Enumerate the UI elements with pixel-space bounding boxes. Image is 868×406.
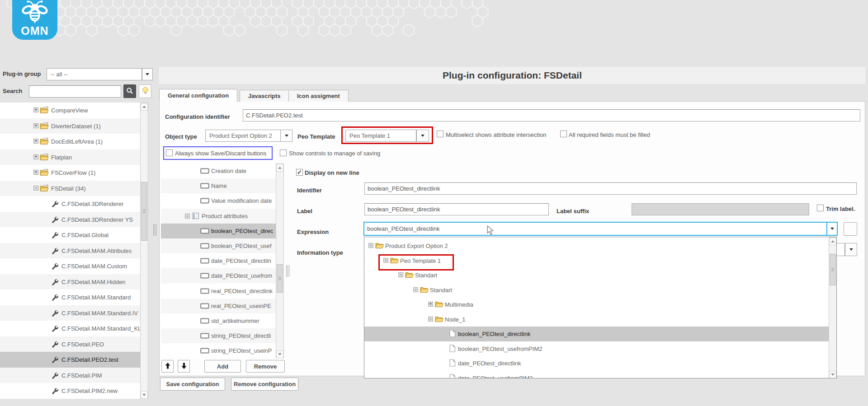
tree-item-group[interactable]: +CompareView [0,103,140,118]
scroll-down-button[interactable] [141,391,148,399]
attribute-list-item[interactable]: Value modification date [161,193,276,208]
tree-item-group[interactable]: +FSCoverFlow (1) [0,165,140,181]
label-input[interactable] [364,203,549,215]
attribute-list-item[interactable]: Creation date [161,163,276,178]
expression-combobox[interactable]: boolean_PEOtest_directlink [363,222,838,236]
expander-icon[interactable]: + [33,107,38,112]
object-type-select[interactable]: Product Export Option 2 [205,130,281,142]
expander-icon[interactable]: + [33,170,38,175]
remove-button[interactable]: Remove [246,360,285,373]
tree-item-group[interactable]: +DiverterDataset (1) [0,118,140,134]
information-type-select-arrow[interactable] [845,243,857,256]
tab-javascripts[interactable]: Javascripts [240,90,289,102]
remove-configuration-button[interactable]: Remove configuration [231,378,298,391]
peo-template-select-arrow[interactable] [416,130,429,142]
expression-tree-item[interactable]: date_PEOtest_usefromPIM2 [364,371,829,378]
label-suffix-input[interactable] [632,203,809,215]
tab-general-configuration[interactable]: General configuration [159,89,237,102]
tree-item-group[interactable]: +DocEditLeftArea (1) [0,134,140,149]
tab-icon-assigment[interactable]: Icon assigment [288,90,349,102]
object-type-select-arrow[interactable] [280,130,292,142]
move-up-button[interactable] [161,360,174,373]
scroll-down-button[interactable] [829,371,836,378]
expression-tree-item[interactable]: -Standart [364,268,829,283]
attribute-list-scrollbar[interactable] [276,163,284,358]
tree-item-config[interactable]: C.FSDetail.3DRenderer YS [0,212,140,228]
tree-item-config[interactable]: C.FSDetail.PIM [0,368,140,383]
search-button[interactable] [123,84,136,98]
attribute-list-item[interactable]: real_PEOtest_useinPE [161,299,276,313]
move-down-button[interactable] [178,360,190,373]
required-fields-checkbox[interactable] [560,131,567,137]
expander-icon[interactable]: - [413,287,418,292]
scroll-up-button[interactable] [141,103,148,111]
tree-item-config[interactable]: C.FSDetail.PEO [0,336,140,352]
tree-item-config[interactable]: C.FSDetail.Global [0,227,140,243]
scroll-thumb[interactable] [830,254,836,285]
tree-item-config[interactable]: C.FSDetail.MAM.Attributes [0,243,140,259]
attribute-list-item[interactable]: boolean_PEOtest_usef [161,238,276,253]
tree-item-config[interactable]: C.FSDetail.MAM.Standard_KL [0,321,140,336]
expression-tree-item[interactable]: date_PEOtest_directlink [364,356,829,371]
show-controls-checkbox[interactable] [280,149,287,156]
expander-icon[interactable]: + [33,139,38,144]
display-on-new-line-checkbox[interactable]: ✓ [296,169,303,176]
tree-item-config[interactable]: C.FSDetail.PIM2.new [0,383,140,399]
expression-tree-item[interactable]: boolean_PEOtest_usefromPIM2 [364,341,829,356]
tree-item-config[interactable]: C.FSDetail.3DRenderer [0,196,140,212]
attribute-list-item[interactable]: Name [161,178,276,193]
expander-icon[interactable]: - [185,214,190,219]
expression-tree-item[interactable]: +Multimedia [364,297,829,312]
expression-tree-item[interactable]: -Peo Template 1 [364,253,829,268]
expander-icon[interactable]: - [428,317,433,322]
splitter-grip-left[interactable] [153,224,156,236]
tree-item-config[interactable]: C.FSDetail.PEO2.test [0,352,140,368]
tree-item-group[interactable]: +Flatplan [0,149,140,165]
expression-tree-scrollbar[interactable] [829,237,837,378]
expander-icon[interactable]: - [33,186,38,191]
plugin-tree-scrollbar[interactable] [140,103,148,399]
tree-item-config[interactable]: C.FSDetail.MAM.Hidden [0,274,140,290]
scroll-down-button[interactable] [276,350,283,358]
expression-tree-item[interactable]: boolean_PEOtest_directlink [364,327,829,341]
attribute-list-item[interactable]: string_PEOtest_useinP [161,343,276,358]
save-discard-checkbox[interactable] [166,149,173,156]
tree-item-config[interactable]: C.FSDetail.MAM.Custom [0,258,140,274]
peo-template-select[interactable]: Peo Template 1 [345,130,416,142]
tree-item-group[interactable]: -FSDetail (34) [0,181,140,196]
plugin-group-select[interactable]: -- all -- [47,68,142,80]
attribute-list-item[interactable]: date_PEOtest_directlin [161,253,276,268]
attribute-list-item[interactable]: real_PEOtest_directlink [161,284,276,299]
expander-icon[interactable]: + [33,123,38,128]
scroll-thumb[interactable] [277,264,283,293]
attribute-list-item[interactable]: std_artikelnummer [161,313,276,328]
multiselect-checkbox[interactable] [437,131,443,137]
expression-tree-item[interactable]: -Standart [364,283,829,298]
hint-button[interactable] [139,84,151,98]
plugin-group-select-arrow[interactable] [142,68,153,80]
expression-dropdown-arrow[interactable] [826,223,837,235]
identifier-input[interactable] [364,182,857,195]
attribute-list-item[interactable]: date_PEOtest_usefrom [161,268,276,283]
splitter-grip-right[interactable] [286,265,289,277]
scroll-up-button[interactable] [276,164,283,172]
add-button[interactable]: Add [204,360,241,373]
expander-icon[interactable]: - [368,243,373,248]
scroll-up-button[interactable] [829,238,836,245]
search-input[interactable] [29,85,121,98]
expander-icon[interactable]: + [428,302,433,307]
attribute-list-item[interactable]: -Product attributes [161,209,276,224]
tree-item-config[interactable]: C.FSDetail.MAM.Standard.IV [0,305,140,321]
tree-item-config[interactable]: C.FSDetail.MAM.Standard [0,289,140,305]
scroll-thumb[interactable] [141,182,147,241]
expander-icon[interactable]: - [383,258,388,263]
save-configuration-button[interactable]: Save configuration [160,378,225,391]
attribute-list-item[interactable]: boolean_PEOtest_direc [161,224,276,238]
expander-icon[interactable]: - [398,272,403,277]
expression-tree-item[interactable]: -Node_1 [364,312,829,327]
expression-tree-item[interactable]: -Product Export Option 2 [364,238,829,253]
trim-label-checkbox[interactable] [817,205,824,211]
expander-icon[interactable]: + [33,154,38,159]
expression-extra-button[interactable] [844,222,857,236]
configuration-identifier-input[interactable] [243,109,860,121]
